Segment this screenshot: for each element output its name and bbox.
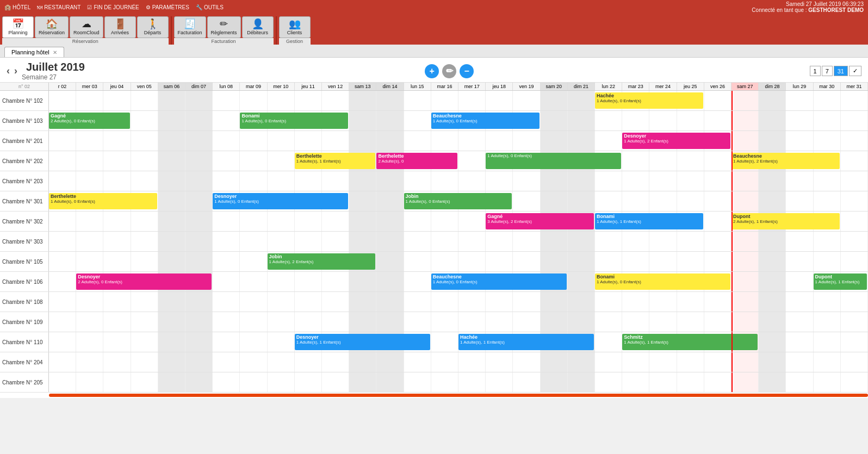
- menu-restaurant[interactable]: 🍽 RESTAURANT: [37, 4, 80, 10]
- cell-204-day-26[interactable]: [759, 352, 786, 372]
- cell-108-day-22[interactable]: [649, 292, 677, 312]
- cell-203-day-22[interactable]: [649, 171, 677, 191]
- cell-203-day-1[interactable]: [76, 171, 103, 191]
- cell-303-day-19[interactable]: [568, 232, 595, 251]
- cell-204-day-21[interactable]: [622, 352, 649, 372]
- cell-303-day-6[interactable]: [213, 232, 240, 251]
- cell-203-day-13[interactable]: [404, 171, 431, 191]
- cell-204-day-13[interactable]: [404, 352, 431, 372]
- cell-201-day-5[interactable]: [185, 131, 213, 151]
- cell-102-day-6[interactable]: [213, 91, 240, 110]
- toolbar-btn-facturation[interactable]: 🧾 Facturation: [174, 16, 206, 38]
- reservation-202-3[interactable]: Beauchesne1 Adulte(s), 2 Enfant(s): [731, 153, 840, 169]
- cell-303-day-1[interactable]: [76, 232, 103, 251]
- cell-205-day-2[interactable]: [103, 372, 131, 392]
- cell-109-day-2[interactable]: [103, 312, 131, 332]
- cell-105-day-7[interactable]: [240, 252, 267, 271]
- cell-203-day-24[interactable]: [704, 171, 731, 191]
- cell-103-day-3[interactable]: [131, 111, 158, 130]
- cell-105-day-2[interactable]: [103, 252, 131, 271]
- cell-108-day-21[interactable]: [622, 292, 649, 312]
- cell-109-day-15[interactable]: [458, 312, 486, 332]
- cell-110-day-2[interactable]: [103, 332, 131, 352]
- cell-201-day-26[interactable]: [759, 131, 786, 151]
- cell-201-day-29[interactable]: [841, 131, 868, 151]
- cell-204-day-9[interactable]: [295, 352, 322, 372]
- cell-303-day-2[interactable]: [103, 232, 131, 251]
- cell-110-day-26[interactable]: [759, 332, 786, 352]
- cell-105-day-13[interactable]: [404, 252, 431, 271]
- cell-109-day-3[interactable]: [131, 312, 158, 332]
- cell-202-day-23[interactable]: [677, 151, 704, 171]
- cell-303-day-15[interactable]: [458, 232, 486, 251]
- cell-102-day-24[interactable]: [704, 91, 731, 110]
- cell-105-day-18[interactable]: [541, 252, 568, 271]
- cell-110-day-20[interactable]: [595, 332, 622, 352]
- cell-203-day-6[interactable]: [213, 171, 240, 191]
- cell-105-day-19[interactable]: [568, 252, 595, 271]
- cell-102-day-7[interactable]: [240, 91, 267, 110]
- cell-302-day-29[interactable]: [841, 212, 868, 231]
- cell-301-day-17[interactable]: [513, 191, 540, 211]
- cell-103-day-25[interactable]: [731, 111, 759, 130]
- cell-109-day-29[interactable]: [841, 312, 868, 332]
- prev-arrow[interactable]: ‹: [7, 65, 10, 77]
- cell-303-day-29[interactable]: [841, 232, 868, 251]
- cell-204-day-19[interactable]: [568, 352, 595, 372]
- cell-110-day-7[interactable]: [240, 332, 267, 352]
- cell-203-day-18[interactable]: [541, 171, 568, 191]
- cell-202-day-0[interactable]: [49, 151, 76, 171]
- cell-103-day-29[interactable]: [841, 111, 868, 130]
- reservation-302-0[interactable]: Gagné3 Adulte(s), 2 Enfant(s): [486, 213, 594, 229]
- cell-302-day-14[interactable]: [431, 212, 458, 231]
- cell-203-day-15[interactable]: [458, 171, 486, 191]
- cell-205-day-12[interactable]: [376, 372, 404, 392]
- cell-110-day-3[interactable]: [131, 332, 158, 352]
- cell-202-day-29[interactable]: [841, 151, 868, 171]
- cell-201-day-0[interactable]: [49, 131, 76, 151]
- cell-205-day-17[interactable]: [513, 372, 540, 392]
- cell-106-day-8[interactable]: [268, 272, 295, 291]
- cell-302-day-11[interactable]: [349, 212, 376, 231]
- cell-103-day-18[interactable]: [541, 111, 568, 130]
- cell-303-day-12[interactable]: [376, 232, 404, 251]
- cell-108-day-9[interactable]: [295, 292, 322, 312]
- cell-201-day-14[interactable]: [431, 131, 458, 151]
- cell-203-day-26[interactable]: [759, 171, 786, 191]
- cell-203-day-29[interactable]: [841, 171, 868, 191]
- cell-301-day-27[interactable]: [786, 191, 813, 211]
- cell-303-day-18[interactable]: [541, 232, 568, 251]
- cell-205-day-8[interactable]: [268, 372, 295, 392]
- cell-102-day-17[interactable]: [513, 91, 540, 110]
- cell-201-day-27[interactable]: [786, 131, 813, 151]
- cell-203-day-12[interactable]: [376, 171, 404, 191]
- cell-108-day-10[interactable]: [322, 292, 349, 312]
- cell-205-day-3[interactable]: [131, 372, 158, 392]
- cell-102-day-8[interactable]: [268, 91, 295, 110]
- cell-302-day-3[interactable]: [131, 212, 158, 231]
- cell-108-day-19[interactable]: [568, 292, 595, 312]
- cell-205-day-24[interactable]: [704, 372, 731, 392]
- cell-203-day-2[interactable]: [103, 171, 131, 191]
- cell-202-day-1[interactable]: [76, 151, 103, 171]
- cell-106-day-9[interactable]: [295, 272, 322, 291]
- cell-105-day-15[interactable]: [458, 252, 486, 271]
- cell-201-day-1[interactable]: [76, 131, 103, 151]
- cell-109-day-28[interactable]: [814, 312, 841, 332]
- cell-108-day-17[interactable]: [513, 292, 540, 312]
- cell-105-day-28[interactable]: [814, 252, 841, 271]
- toolbar-btn-departs[interactable]: 🚶 Départs: [137, 16, 169, 38]
- cell-109-day-12[interactable]: [376, 312, 404, 332]
- cell-204-day-16[interactable]: [486, 352, 513, 372]
- cell-202-day-2[interactable]: [103, 151, 131, 171]
- cell-303-day-21[interactable]: [622, 232, 649, 251]
- cell-108-day-28[interactable]: [814, 292, 841, 312]
- cell-109-day-25[interactable]: [731, 312, 759, 332]
- cell-201-day-18[interactable]: [541, 131, 568, 151]
- cell-203-day-14[interactable]: [431, 171, 458, 191]
- reservation-301-1[interactable]: Desnoyer1 Adulte(s), 0 Enfant(s): [213, 193, 348, 209]
- cell-204-day-2[interactable]: [103, 352, 131, 372]
- cell-203-day-11[interactable]: [349, 171, 376, 191]
- cell-109-day-4[interactable]: [158, 312, 185, 332]
- cell-102-day-4[interactable]: [158, 91, 185, 110]
